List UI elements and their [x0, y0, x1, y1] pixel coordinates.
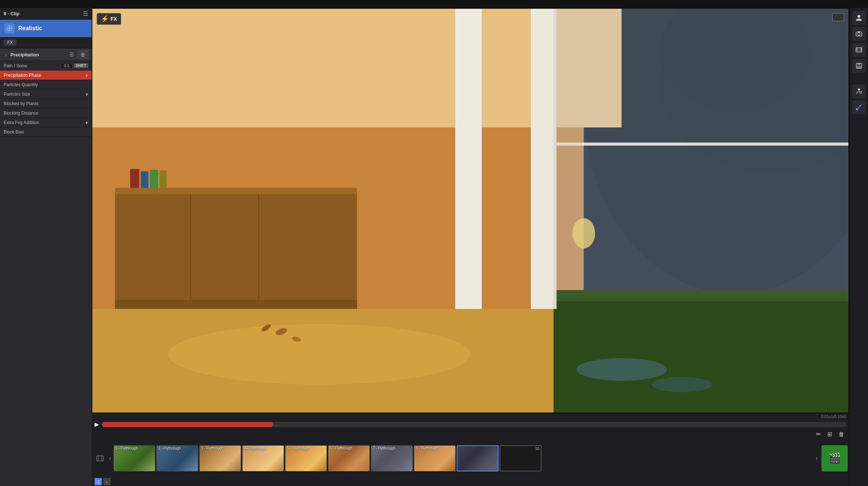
clips-row: ‹ 1 - Flythrough2 - Flythrough3 - Flythr…	[92, 439, 849, 477]
clip-thumb-9[interactable]	[457, 445, 499, 471]
dropdown-arrow-particles-size[interactable]: ▾	[85, 91, 88, 97]
svg-rect-11	[115, 300, 357, 309]
param-value-group-rain-snow: SHIFT	[61, 63, 88, 69]
page-1-btn[interactable]: 1	[95, 478, 102, 485]
realistic-title: Realistic	[18, 25, 42, 32]
svg-rect-17	[160, 171, 167, 188]
person-icon-btn[interactable]	[852, 11, 866, 25]
param-row-particles-size[interactable]: Particles Size▾	[0, 89, 92, 99]
shift-badge-rain-snow: SHIFT	[74, 63, 88, 68]
edit-clip-btn[interactable]: ✏	[814, 430, 823, 438]
clip-thumb-8[interactable]: 8 - Flythrough	[414, 445, 456, 471]
timeline-pages: 1 ›	[92, 477, 849, 486]
fx-badge: ⚡ FX	[97, 13, 121, 25]
svg-rect-34	[97, 456, 103, 461]
param-value-group-precip-phase: ▾	[85, 72, 88, 78]
save-icon-btn[interactable]	[852, 59, 866, 73]
clip-thumb-3[interactable]: 3 - Flythrough	[199, 445, 241, 471]
precip-header-left: ‹ Precipitation	[4, 51, 39, 58]
param-rows-container: Rain / SnowSHIFTPrecipitation Phase▾Part…	[0, 61, 92, 137]
precipitation-panel: ‹ Precipitation ☰ 🗑 Rain / SnowSHIFTPrec…	[0, 48, 92, 486]
clip-thumb-10[interactable]: 10	[500, 445, 541, 471]
viewport-area: ⚡ FX 0:01s1/0:10s0 ▶ ✏ ⊞ 🗑	[92, 8, 849, 486]
clip-thumb-6[interactable]: 6 - Flythrough	[328, 445, 370, 471]
clips-prev-btn[interactable]: ‹	[108, 453, 113, 463]
clip-thumb-label-6: 6 - Flythrough	[330, 446, 352, 450]
clip-header: 9 - Clip ☰	[0, 8, 92, 20]
camera-icon-btn[interactable]	[852, 27, 866, 41]
svg-text:+: +	[860, 91, 861, 93]
precip-delete-icon[interactable]: 🗑	[78, 51, 88, 59]
precip-menu-icon[interactable]: ☰	[68, 51, 76, 58]
svg-rect-45	[861, 50, 862, 51]
clips-toolbar: ✏ ⊞ 🗑	[92, 429, 849, 439]
clip-thumb-label-8: 8 - Flythrough	[416, 446, 438, 450]
param-row-precip-phase[interactable]: Precipitation Phase▾	[0, 71, 92, 80]
diagonal-icon-btn[interactable]	[852, 100, 866, 114]
clip-thumb-label-5: 5 - Flythrough	[287, 446, 309, 450]
scrubber-fill	[102, 422, 273, 427]
param-value-group-particles-size: ▾	[85, 91, 88, 97]
dropdown-arrow-precip-phase[interactable]: ▾	[85, 72, 88, 78]
scrubber-track[interactable]	[102, 422, 846, 427]
top-bar	[0, 0, 868, 8]
fx-badge-text: FX	[111, 16, 117, 22]
clip-thumb-label-4: 4 - Flythrough	[244, 446, 267, 450]
clip-settings-btn[interactable]: ⊞	[825, 430, 834, 438]
back-icon[interactable]: ‹	[4, 51, 8, 58]
svg-point-1	[8, 27, 11, 29]
play-button[interactable]: ▶	[95, 421, 99, 428]
param-label-block-bias: Block Bias	[4, 130, 24, 135]
svg-rect-35	[98, 456, 99, 461]
param-input-rain-snow[interactable]	[61, 63, 72, 69]
param-row-blocking-distance[interactable]: Blocking Distance	[0, 108, 92, 118]
viewport-toggle-btn[interactable]	[832, 13, 844, 21]
param-row-particles-qty[interactable]: Particles Quantity	[0, 80, 92, 89]
svg-point-39	[857, 33, 860, 35]
param-label-blocked-by-plants: Blocked by Plants	[4, 101, 38, 106]
clip-thumb-1[interactable]: 1 - Flythrough	[113, 445, 155, 471]
dropdown-arrow-extra-fog-addition[interactable]: ▾	[85, 120, 88, 126]
clip-thumb-label-2: 2 - Flythrough	[158, 446, 181, 450]
svg-rect-40	[858, 31, 860, 32]
param-value-group-extra-fog-addition: ▾	[85, 120, 88, 126]
svg-point-30	[652, 377, 712, 392]
add-clip-button[interactable]: 🎬	[821, 445, 848, 471]
param-row-blocked-by-plants[interactable]: Blocked by Plants	[0, 99, 92, 108]
delete-clip-btn[interactable]: 🗑	[837, 430, 846, 438]
svg-rect-28	[553, 143, 848, 146]
param-row-extra-fog-addition[interactable]: Extra Fog Addition▾	[0, 118, 92, 127]
clip-thumb-label-7: 7 - Flythrough	[373, 446, 395, 450]
fx-tab-bar: FX	[0, 37, 92, 48]
film-icon-btn[interactable]	[852, 43, 866, 57]
param-row-rain-snow[interactable]: Rain / SnowSHIFT	[0, 61, 92, 71]
svg-rect-36	[101, 456, 102, 461]
svg-rect-49	[857, 63, 860, 65]
svg-rect-24	[553, 290, 848, 301]
svg-rect-51	[858, 67, 860, 68]
clips-next-btn[interactable]: ›	[814, 453, 819, 463]
svg-point-29	[576, 358, 667, 381]
param-label-particles-qty: Particles Quantity	[4, 82, 38, 87]
param-label-particles-size: Particles Size	[4, 92, 30, 97]
realistic-bar: Realistic	[0, 20, 92, 37]
viewport-container: ⚡ FX	[92, 9, 848, 413]
svg-rect-14	[130, 169, 139, 188]
svg-rect-9	[115, 188, 357, 309]
menu-icon[interactable]: ☰	[83, 10, 88, 17]
svg-rect-43	[856, 50, 857, 51]
fx-tab[interactable]: FX	[4, 39, 16, 46]
svg-point-25	[572, 218, 595, 248]
person2-icon-btn[interactable]: +	[852, 84, 866, 98]
scrubber-row: ▶	[92, 419, 849, 429]
svg-point-22	[168, 324, 471, 385]
param-label-precip-phase: Precipitation Phase	[4, 73, 41, 78]
clip-thumb-5[interactable]: 5 - Flythrough	[285, 445, 327, 471]
clip-thumb-label-1: 1 - Flythrough	[115, 446, 138, 450]
clip-thumb-7[interactable]: 7 - Flythrough	[371, 445, 413, 471]
clip-thumb-2[interactable]: 2 - Flythrough	[156, 445, 198, 471]
param-row-block-bias[interactable]: Block Bias	[0, 127, 92, 137]
clip-thumb-4[interactable]: 4 - Flythrough	[242, 445, 284, 471]
clips-list: 1 - Flythrough2 - Flythrough3 - Flythrou…	[113, 445, 813, 471]
page-next-btn[interactable]: ›	[103, 478, 111, 485]
